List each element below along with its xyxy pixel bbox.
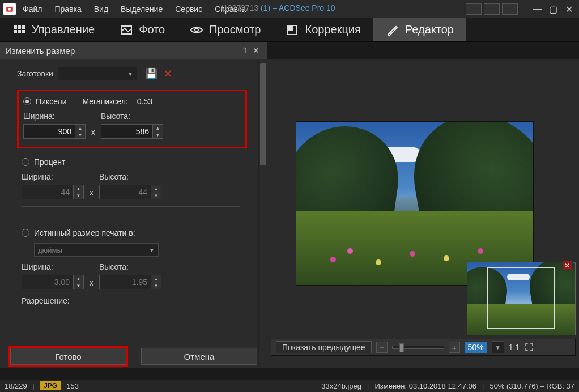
status-zoom-info: 50% (310.776) – RGB: 37: [489, 382, 574, 390]
sliders-icon: [286, 23, 299, 37]
height-percent-spinner[interactable]: ▲▼: [99, 185, 161, 199]
radio-print[interactable]: [22, 229, 29, 237]
resolution-label: Разрешение:: [22, 296, 240, 305]
tab-develop[interactable]: Коррекция: [273, 18, 373, 41]
app-logo: [3, 3, 16, 15]
menu-tools[interactable]: Сервис: [175, 5, 202, 14]
save-preset-icon[interactable]: 💾: [145, 67, 157, 80]
menu-view[interactable]: Вид: [94, 5, 108, 14]
menu-file[interactable]: Файл: [23, 5, 42, 14]
svg-point-9: [195, 28, 198, 32]
title-bar: Файл Правка Вид Выделение Сервис Справка…: [0, 0, 579, 18]
preview-area: ✕ Показать предыдущее − + 50% ▼ 1:1: [267, 59, 579, 368]
megapixel-label: Мегапиксел:: [82, 97, 127, 106]
layout-button-2[interactable]: [484, 3, 500, 15]
chevron-down-icon: ▼: [149, 247, 155, 253]
percent-section: Процент Ширина: ▲▼ x Высота:: [17, 152, 247, 219]
print-section: Истинный размер печати в: дюймы ▼ Ширина…: [17, 223, 247, 313]
pixels-section: Пиксели Мегапиксел: 0.53 Ширина: ▲▼ x: [17, 90, 247, 148]
height-pixels-input[interactable]: [101, 124, 153, 139]
width-print-input: [22, 275, 74, 289]
zoom-dropdown[interactable]: ▼: [492, 341, 504, 353]
delete-preset-icon[interactable]: ✕: [163, 67, 173, 80]
panel-scrollbar[interactable]: [258, 59, 267, 368]
window-title: f13273713 (1) – ACDSee Pro 10: [221, 3, 335, 12]
done-button[interactable]: Готово: [10, 348, 126, 365]
height-pixels-spinner[interactable]: ▲▼: [101, 124, 163, 139]
main-menu: Файл Правка Вид Выделение Сервис Справка: [23, 5, 246, 14]
radio-pixels[interactable]: [23, 97, 31, 105]
presets-dropdown[interactable]: ▼: [58, 67, 137, 80]
navigator-close-icon[interactable]: ✕: [563, 261, 572, 270]
format-badge: JPG: [40, 381, 61, 390]
eye-icon: [190, 23, 203, 37]
menu-edit[interactable]: Правка: [54, 5, 81, 14]
svg-point-1: [8, 8, 11, 11]
menu-select[interactable]: Выделение: [121, 5, 163, 14]
radio-percent[interactable]: [22, 158, 29, 166]
svg-rect-11: [288, 25, 292, 30]
svg-rect-2: [14, 25, 17, 29]
panel-close-icon[interactable]: ✕: [250, 46, 262, 55]
zoom-in-button[interactable]: +: [449, 342, 460, 353]
status-modified: Изменён: 03.10.2018 12:47:06: [374, 382, 476, 390]
status-size: 153: [66, 382, 79, 390]
svg-rect-4: [22, 25, 25, 29]
svg-rect-7: [22, 30, 25, 33]
spin-down-icon[interactable]: ▼: [75, 131, 85, 138]
navigator-viewport[interactable]: [487, 267, 555, 329]
height-percent-input: [99, 185, 151, 199]
status-position: 18/229: [5, 382, 27, 390]
zoom-1to1-button[interactable]: 1:1: [509, 343, 520, 352]
tab-photo[interactable]: Фото: [107, 18, 177, 41]
brush-icon: [386, 23, 399, 37]
fit-screen-icon[interactable]: [524, 342, 534, 352]
show-previous-button[interactable]: Показать предыдущее: [276, 341, 372, 353]
zoom-slider[interactable]: [392, 346, 444, 349]
zoom-out-button[interactable]: −: [376, 342, 388, 353]
status-bar: 18/229 | JPG 153 33x24b.jpeg | Изменён: …: [0, 380, 579, 392]
status-dims: 33x24b.jpeg: [321, 382, 361, 390]
minimize-button[interactable]: —: [530, 2, 544, 16]
scrollbar-thumb[interactable]: [260, 63, 266, 165]
photo-icon: [120, 23, 133, 37]
tab-manage[interactable]: Управление: [0, 18, 107, 41]
cancel-button[interactable]: Отмена: [141, 348, 257, 365]
layout-button-1[interactable]: [466, 3, 482, 15]
navigator-thumbnail[interactable]: ✕: [467, 262, 576, 335]
grid-icon: [12, 23, 26, 37]
zoom-toolbar: Показать предыдущее − + 50% ▼ 1:1: [271, 339, 576, 356]
chevron-down-icon: ▼: [127, 71, 133, 77]
zoom-value[interactable]: 50%: [465, 342, 487, 353]
panel-title: Изменить размер: [6, 46, 75, 56]
tab-view[interactable]: Просмотр: [177, 18, 273, 41]
panel-header: Изменить размер ⇧ ✕: [0, 42, 267, 59]
spin-up-icon[interactable]: ▲: [75, 125, 85, 131]
presets-label: Заготовки: [17, 69, 53, 78]
megapixel-value: 0.53: [137, 97, 152, 106]
layout-button-3[interactable]: [502, 3, 518, 15]
svg-rect-6: [18, 30, 21, 33]
maximize-button[interactable]: ▢: [546, 2, 560, 16]
width-pixels-input[interactable]: [23, 124, 75, 139]
zoom-slider-knob[interactable]: [399, 343, 404, 352]
svg-rect-3: [18, 25, 21, 29]
svg-rect-5: [14, 30, 17, 33]
height-print-input: [99, 275, 151, 289]
width-pixels-spinner[interactable]: ▲▼: [23, 124, 86, 139]
width-print-spinner[interactable]: ▲▼: [22, 275, 84, 289]
width-percent-input: [22, 185, 74, 199]
image-preview[interactable]: [296, 121, 534, 286]
close-button[interactable]: ✕: [562, 2, 576, 16]
pin-icon[interactable]: ⇧: [239, 46, 250, 55]
print-unit-dropdown[interactable]: дюймы ▼: [34, 243, 159, 257]
resize-panel: Заготовки ▼ 💾 ✕ Пиксели Мегапиксел: 0.53: [0, 59, 267, 368]
width-percent-spinner[interactable]: ▲▼: [22, 185, 84, 199]
height-print-spinner[interactable]: ▲▼: [99, 275, 161, 289]
tab-edit[interactable]: Редактор: [373, 18, 466, 41]
